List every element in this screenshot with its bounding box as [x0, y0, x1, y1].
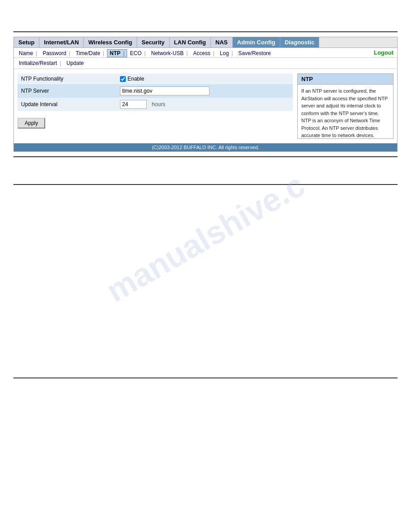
tab-lan-config[interactable]: LAN Config: [170, 37, 211, 47]
sub-tab-initialize-restart[interactable]: Initialize/Restart: [16, 59, 64, 67]
logout-button[interactable]: Logout: [374, 49, 394, 56]
sub-tab-eco[interactable]: ECO: [127, 49, 148, 57]
ui-container: Setup Internet/LAN Wireless Config Secur…: [13, 37, 398, 152]
sub-tab-name[interactable]: Name: [16, 49, 40, 57]
content-area: NTP Functionality Enable NTP Server: [14, 69, 397, 143]
tab-diagnostic[interactable]: Diagnostic: [280, 37, 319, 47]
after-ui-rule: [13, 156, 398, 157]
tab-setup[interactable]: Setup: [14, 37, 39, 47]
bottom-rule: [13, 378, 398, 378]
sub-tab-ntp[interactable]: NTP: [107, 49, 127, 57]
tab-internet-lan[interactable]: Internet/LAN: [39, 37, 84, 47]
sub-nav-row2: Initialize/Restart Update: [14, 58, 397, 69]
sub-tab-password[interactable]: Password: [40, 49, 73, 57]
tab-admin-config[interactable]: Admin Config: [233, 37, 280, 47]
mid-rule: [13, 184, 398, 185]
ntp-functionality-label: NTP Functionality: [17, 73, 116, 84]
apply-button[interactable]: Apply: [17, 118, 45, 129]
logout-area: Logout: [374, 49, 394, 56]
settings-table: NTP Functionality Enable NTP Server: [17, 73, 293, 111]
tab-security[interactable]: Security: [137, 37, 169, 47]
ntp-server-cell: [116, 84, 293, 98]
top-rule: [13, 31, 398, 32]
sub-tab-log[interactable]: Log: [217, 49, 235, 57]
form-area: NTP Functionality Enable NTP Server: [17, 73, 293, 139]
ntp-server-label: NTP Server: [17, 84, 116, 98]
ntp-server-input[interactable]: [120, 86, 210, 95]
enable-text: Enable: [128, 76, 144, 82]
update-interval-cell: hours: [116, 98, 293, 111]
sub-tab-update[interactable]: Update: [64, 59, 90, 67]
tab-wireless-config[interactable]: Wireless Config: [84, 37, 137, 47]
sub-tab-timedate[interactable]: Time/Date: [73, 49, 107, 57]
enable-label[interactable]: Enable: [120, 76, 289, 82]
sub-tab-access[interactable]: Access: [190, 49, 217, 57]
watermark: manualshive.c: [100, 166, 311, 309]
sub-nav-row1: Name Password Time/Date NTP ECO Network-…: [14, 48, 397, 58]
table-row: NTP Functionality Enable: [17, 73, 293, 84]
hours-label: hours: [152, 101, 165, 107]
main-nav: Setup Internet/LAN Wireless Config Secur…: [14, 37, 397, 48]
update-interval-input[interactable]: [120, 100, 147, 109]
tab-nas[interactable]: NAS: [211, 37, 232, 47]
page-wrapper: Setup Internet/LAN Wireless Config Secur…: [0, 31, 411, 532]
info-panel: NTP If an NTP server is configured, the …: [297, 73, 394, 139]
sub-tab-save-restore[interactable]: Save/Restore: [235, 49, 276, 57]
ntp-functionality-cell: Enable: [116, 73, 293, 84]
info-panel-body: If an NTP server is configured, the AirS…: [298, 85, 393, 138]
table-row: Update Interval hours: [17, 98, 293, 111]
ntp-enable-checkbox[interactable]: [120, 76, 126, 82]
footer-bar: (C)2003-2012 BUFFALO INC. All rights res…: [14, 143, 397, 151]
table-row: NTP Server: [17, 84, 293, 98]
info-panel-title: NTP: [298, 74, 393, 85]
update-interval-label: Update Interval: [17, 98, 116, 111]
sub-tab-network-usb[interactable]: Network-USB: [148, 49, 190, 57]
